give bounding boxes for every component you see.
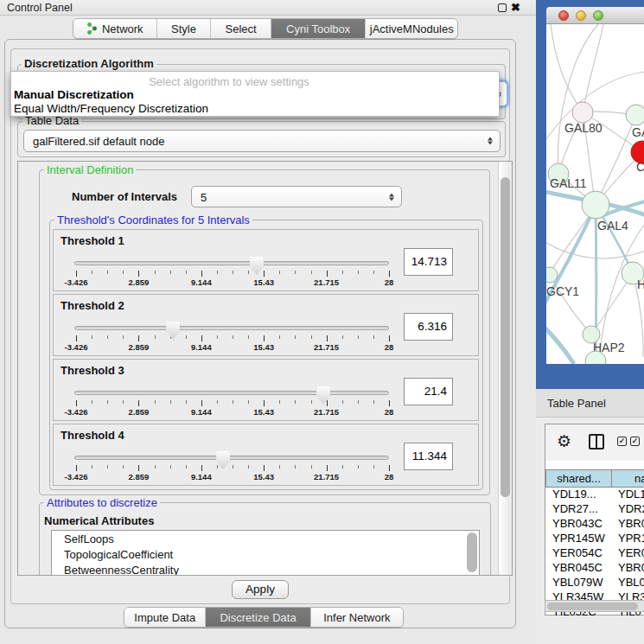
network-icon (86, 22, 98, 35)
threshold-4-value-field[interactable]: 11.344 (404, 443, 453, 470)
tab-jactivemnodules[interactable]: jActiveMNodules (366, 19, 457, 38)
network-graph: GAL80GACGAL11GAL4GCY1HHAP2 (546, 24, 644, 364)
network-node-label: C (636, 160, 644, 174)
attr-list-items: SelfLoopsTopologicalCoefficientBetweenne… (52, 531, 479, 576)
float-window-icon[interactable] (498, 3, 507, 12)
number-of-intervals-combobox[interactable]: 5 (191, 186, 402, 207)
threshold-2-label: Threshold 2 (61, 299, 124, 312)
zoom-traffic-light-icon[interactable] (593, 10, 603, 21)
node-table: ⚙ ✓ ✓ shared... na YDL19...YDL1YDR27...Y… (545, 424, 644, 615)
threshold-3-slider-track[interactable] (74, 391, 389, 395)
network-node-label: GAL80 (564, 121, 603, 135)
threshold-3-value-field[interactable]: 21.4 (404, 378, 453, 405)
table-row[interactable]: YBL079WYBL0 (545, 576, 644, 590)
threshold-1-value-field[interactable]: 14.713 (404, 248, 453, 276)
combo-stepper-icon (488, 137, 493, 145)
network-node[interactable] (626, 105, 644, 125)
settings-vertical-scrollbar[interactable] (498, 162, 511, 575)
vertical-scrollbar-thumb[interactable] (501, 177, 510, 497)
threshold-1-slider-handle[interactable] (250, 257, 264, 275)
table-panel-title: Table Panel (547, 397, 606, 410)
tab-style[interactable]: Style (157, 19, 212, 38)
network-window-titlebar[interactable] (546, 7, 644, 24)
network-node[interactable] (582, 191, 609, 219)
threshold-2-panel: Threshold 2 -3.4262.8599.14415.4321.7152… (53, 294, 479, 356)
threshold-4-slider-handle[interactable] (216, 451, 230, 469)
table-toolbar: ⚙ ✓ ✓ (545, 424, 644, 461)
checkbox-icon[interactable]: ✓ (630, 437, 640, 446)
numerical-attributes-list[interactable]: SelfLoopsTopologicalCoefficientBetweenne… (51, 530, 480, 576)
network-node-label: H (637, 277, 644, 291)
dropdown-prompt: Select algorithm to view settings (11, 75, 447, 88)
table-horizontal-scrollbar[interactable] (545, 600, 644, 612)
table-data-selected: galFiltered.sif default node (33, 135, 164, 148)
apply-button[interactable]: Apply (232, 580, 289, 599)
minimize-traffic-light-icon[interactable] (576, 10, 586, 21)
algorithm-dropdown-popup: Select algorithm to view settings Manual… (10, 71, 500, 117)
settings-scrollpane: Interval Definition Number of Intervals … (17, 161, 513, 576)
threshold-4-label: Threshold 4 (61, 429, 124, 442)
threshold-4-slider-track[interactable] (74, 456, 389, 460)
threshold-2-slider-handle[interactable] (166, 322, 180, 340)
table-row[interactable]: YBR045CYBR0 (545, 561, 644, 576)
threshold-1-slider-track[interactable] (74, 261, 389, 265)
tab-infer-network[interactable]: Infer Network (311, 608, 403, 627)
threshold-3-panel: Threshold 3 -3.4262.8599.14415.4321.7152… (53, 359, 479, 421)
tab-select[interactable]: Select (211, 19, 271, 38)
network-node-label: GA (632, 125, 644, 139)
close-icon[interactable]: ✖ (511, 1, 520, 14)
table-panel-body: ⚙ ✓ ✓ shared... na YDL19...YDL1YDR27...Y… (536, 418, 644, 644)
tab-network[interactable]: Network (73, 19, 157, 38)
attribute-list-item[interactable]: BetweennessCentrality (52, 562, 479, 576)
threshold-2-value-field[interactable]: 6.316 (404, 313, 453, 341)
network-window-frame: GAL80GACGAL11GAL4GCY1HHAP2 (536, 0, 644, 389)
panel-title: Control Panel (7, 2, 73, 14)
thresholds-group-label: Threshold's Coordinates for 5 Intervals (54, 214, 252, 226)
table-row[interactable]: YDL19...YDL1 (545, 488, 644, 502)
threshold-3-slider-handle[interactable] (316, 386, 330, 405)
dropdown-option-equal-width[interactable]: Equal Width/Frequency Discretization (14, 102, 208, 115)
network-node-label: GAL11 (550, 176, 587, 190)
discretization-algorithm-label: Discretization Algorithm (22, 57, 156, 70)
attribute-list-item[interactable]: SelfLoops (52, 531, 479, 546)
horizontal-scrollbar-thumb[interactable] (547, 603, 638, 610)
network-view-canvas[interactable]: GAL80GACGAL11GAL4GCY1HHAP2 (546, 24, 644, 364)
close-traffic-light-icon[interactable] (558, 10, 569, 21)
attributes-group-label: Attributes to discretize (44, 496, 160, 509)
threshold-3-label: Threshold 3 (61, 364, 124, 377)
attribute-list-item[interactable]: TopologicalCoefficient (52, 546, 479, 562)
gear-icon[interactable]: ⚙ (557, 431, 571, 451)
control-panel: Control Panel ✖ Network Style Select Cyn… (0, 0, 536, 644)
column-header-shared-name[interactable]: shared... (545, 469, 612, 488)
cyni-bottom-tabs: Impute Data Discretize Data Infer Networ… (124, 607, 404, 628)
network-node-label: GCY1 (546, 284, 579, 298)
combo-stepper-icon (389, 193, 394, 201)
tab-discretize-data[interactable]: Discretize Data (206, 608, 310, 627)
threshold-4-panel: Threshold 4 -3.4262.8599.14415.4321.7152… (53, 424, 479, 486)
checkbox-icon[interactable]: ✓ (617, 437, 627, 446)
table-row[interactable]: YBR043CYBR0 (545, 517, 644, 532)
control-panel-tabs: Network Style Select Cyni Toolbox jActiv… (73, 18, 458, 39)
interval-definition-label: Interval Definition (44, 163, 136, 176)
dropdown-option-manual[interactable]: Manual Discretization (14, 88, 134, 101)
table-header-row: shared... na (545, 469, 644, 488)
table-data-combobox[interactable]: galFiltered.sif default node (23, 130, 501, 152)
table-row[interactable]: YDR27...YDR2 (545, 502, 644, 517)
table-panel-titlebar: Table Panel (536, 389, 644, 418)
tab-cyni-toolbox[interactable]: Cyni Toolbox (271, 19, 367, 38)
tab-impute-data[interactable]: Impute Data (124, 608, 206, 627)
number-of-intervals-value: 5 (201, 190, 207, 203)
threshold-1-panel: Threshold 1 -3.4262.8599.14415.4321.7152… (53, 229, 479, 291)
network-node-label: GAL4 (597, 219, 628, 233)
column-layout-icon[interactable] (589, 434, 604, 450)
table-row[interactable]: YPR145WYPR1 (545, 532, 644, 546)
number-of-intervals-label: Number of Intervals (72, 190, 177, 203)
network-node[interactable] (546, 267, 558, 283)
network-node[interactable] (572, 102, 593, 123)
threshold-2-slider-track[interactable] (74, 326, 389, 330)
attributes-list-scrollbar[interactable] (467, 532, 477, 572)
tab-network-label: Network (102, 22, 143, 35)
right-workspace: GAL80GACGAL11GAL4GCY1HHAP2 Table Panel ⚙… (536, 0, 644, 644)
table-row[interactable]: YER054CYER0 (545, 546, 644, 561)
column-header-name[interactable]: na (612, 469, 644, 488)
